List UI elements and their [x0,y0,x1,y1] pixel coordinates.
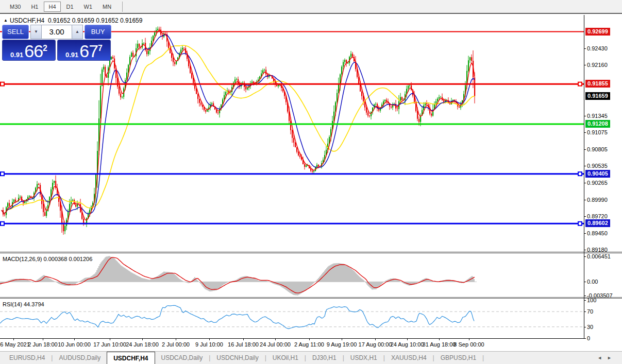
collapse-triangle-icon[interactable]: ▲ [4,18,8,23]
chart-tab-usdcnh[interactable]: USDCNH,Daily [210,352,264,364]
chart-area[interactable]: ▲USDCHF,H4 0.91652 0.91659 0.91652 0.916… [0,15,622,351]
price-tick-label: 0.92160 [587,62,608,68]
chart-tab-ukoil[interactable]: UKOil,H1 [266,352,305,364]
timeframe-button-mn[interactable]: MN [98,2,116,12]
rsi-tick-label: 70 [587,308,593,315]
chart-tab-usdcad[interactable]: USDCAD,Daily [155,352,209,364]
chart-tab-bar: EURUSD,H4|AUDUSD,DailyUSDCHF,H4USDCAD,Da… [0,351,622,364]
time-tick [74,338,75,340]
volume-input[interactable]: 3.00 [42,25,72,39]
time-axis-line [0,338,584,339]
sell-button[interactable]: SELL [2,25,29,39]
rsi-tick [584,338,586,339]
time-tick [309,338,310,340]
time-tick-label: 16 Jul 18:00 [228,341,259,348]
time-tick [110,338,110,340]
chart-tab-xauusd[interactable]: XAUUSD,H4 [385,352,433,364]
price-tick [584,233,586,234]
rsi-tick [584,311,586,312]
time-tick [13,338,14,340]
price-badge: 0.89602 [585,219,610,227]
time-tick-label: 17 Jun 10:00 [93,341,126,348]
chart-tab-gbpusd[interactable]: GBPUSD,H1 [434,352,482,364]
chart-tab-audusd[interactable]: AUDUSD,Daily [53,352,107,364]
price-badge: 0.91659 [585,92,610,100]
timeframe-button-d1[interactable]: D1 [62,2,78,12]
price-axis-line [584,15,584,338]
price-tick [584,149,586,150]
rsi-tick-label: 30 [587,324,593,330]
tab-separator: | [482,352,484,364]
price-tick-label: 0.90535 [587,163,608,169]
price-tick-label: 0.89990 [587,197,608,203]
time-tick-label: 2 Jul 00:00 [162,341,190,348]
trading-terminal-window: M30H1H4D1W1MN ▲USDCHF,H4 0.91652 0.91659… [0,0,622,364]
macd-tick-label: 0.00 [587,279,598,285]
rsi-tick-label: 100 [587,297,596,303]
time-tick-label: 9 Jul 10:00 [195,341,223,348]
time-tick [439,338,440,340]
timeframe-button-w1[interactable]: W1 [79,2,97,12]
chart-tab-dj30[interactable]: DJ30,H1 [306,352,343,364]
time-tick-label: 24 Aug 10:00 [391,341,424,348]
price-tick-label: 0.89450 [587,230,608,236]
price-badge: 0.91208 [585,120,610,128]
time-tick [176,338,176,340]
volume-decrease-icon[interactable]: ▼ [30,25,42,39]
price-tick-label: 0.90265 [587,180,608,186]
rsi-tick [584,300,586,301]
timeframe-buttons: M30H1H4D1W1MN [5,2,117,12]
time-tick [209,338,210,340]
buy-button[interactable]: BUY [85,25,111,39]
buy-price-pip: 7 [98,45,103,52]
buy-quote-panel[interactable]: 0.91 67 7 [57,40,111,61]
sell-price-prefix: 0.91 [10,51,23,59]
macd-tick [584,282,586,282]
price-tick-label: 0.91345 [587,113,608,119]
macd-indicator-label: MACD(12,26,9) 0.000368 0.001206 [3,256,92,262]
time-tick-label: 2 Jun 18:00 [28,341,58,348]
price-tick [584,48,586,49]
time-tick [275,338,276,340]
chart-tab-usdx[interactable]: USDX,H1 [344,352,383,364]
volume-spinner: ▼ 3.00 ▲ [30,25,83,39]
chart-tab-usdchf[interactable]: USDCHF,H4 [107,352,155,364]
time-tick [243,338,244,340]
timeframe-button-h1[interactable]: H1 [26,2,43,12]
time-tick [407,338,408,340]
chart-symbol-label: USDCHF,H4 [10,17,44,24]
time-tick-label: 24 Jul 00:00 [260,341,291,348]
price-tick [584,200,586,200]
price-tick-label: 0.91075 [587,129,608,135]
price-tick-label: 0.90805 [587,146,608,152]
sell-price-big: 66 [24,43,43,59]
volume-increase-icon[interactable]: ▲ [72,25,83,39]
price-tick [584,250,586,250]
timeframe-button-h4[interactable]: H4 [44,2,60,12]
chart-tab-eurusd[interactable]: EURUSD,H4 [3,352,51,364]
rsi-pane-canvas[interactable] [0,299,584,338]
tab-scroll-right-icon[interactable]: ► [607,355,617,360]
rsi-indicator-label: RSI(14) 44.3794 [3,301,44,307]
timeframe-button-m30[interactable]: M30 [5,2,25,12]
price-tick [584,65,586,65]
tab-scroll-left-icon[interactable]: ◄ [597,355,607,360]
chart-ohlc-values: 0.91652 0.91659 0.91652 0.91659 [48,17,143,24]
price-badge: 0.91855 [585,80,610,88]
time-tick-label: 26 May 2021 [0,341,30,348]
buy-price-big: 67 [79,43,98,59]
time-tick-label: 17 Aug 00:00 [359,341,392,348]
price-tick [584,216,586,217]
sell-quote-panel[interactable]: 0.91 66 2 [2,40,56,61]
time-tick [469,338,469,340]
time-tick [43,338,43,340]
time-tick [375,338,376,340]
time-tick-label: 24 Jun 18:00 [126,341,159,348]
time-tick-label: 2 Aug 11:00 [294,341,324,348]
time-tick-label: 8 Sep 00:00 [453,341,484,348]
price-tick [584,116,586,116]
rsi-tick-label: 0 [587,335,590,341]
tab-scroll-arrows: ◄► [597,355,617,360]
price-tick [584,132,586,133]
time-tick-label: 10 Jun 00:00 [58,341,91,348]
